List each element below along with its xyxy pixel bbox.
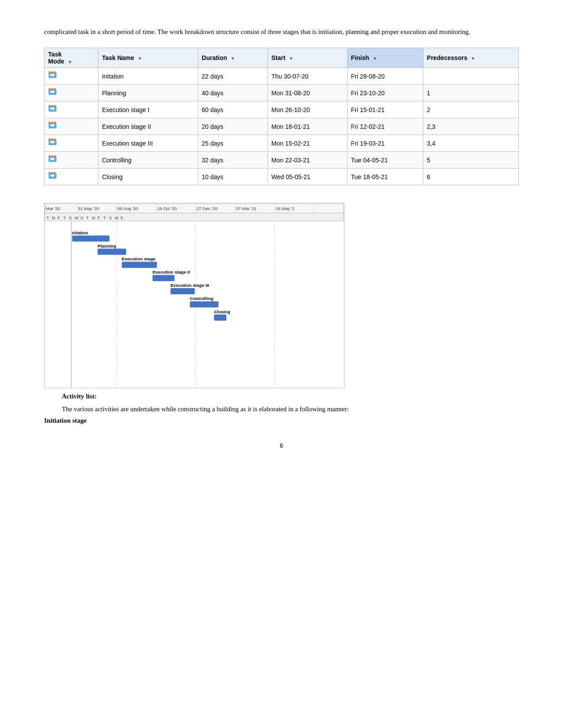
task-name-cell: Planning (98, 85, 198, 101)
task-mode-icon (48, 88, 58, 96)
svg-text:W: W (115, 216, 119, 220)
svg-text:W: W (75, 216, 79, 220)
svg-rect-22 (51, 155, 53, 157)
svg-text:31 May '20: 31 May '20 (78, 206, 99, 211)
table-row: Planning40 daysMon 31-08-20Fri 23-10-201 (45, 85, 519, 101)
task-name-cell: Closing (98, 169, 198, 185)
svg-text:Execution stage III: Execution stage III (170, 283, 209, 288)
svg-rect-6 (51, 88, 53, 90)
svg-rect-21 (49, 155, 50, 157)
finish-cell: Tue 04-05-21 (347, 152, 423, 169)
finish-cell: Fri 12-02-21 (347, 118, 423, 135)
svg-text:S: S (69, 216, 72, 220)
col-header-predecessors[interactable]: Predecessors ▼ (423, 48, 518, 68)
table-row: Closing10 daysWed 05-05-21Tue 18-05-216 (45, 169, 519, 185)
task-name-cell: Execution stage II (98, 118, 198, 135)
svg-text:S: S (80, 216, 83, 220)
task-name-cell: Execution stage III (98, 135, 198, 152)
svg-rect-7 (54, 88, 56, 90)
svg-rect-62 (72, 236, 110, 242)
predecessors-cell (423, 68, 518, 85)
col-header-task-mode[interactable]: TaskMode ▼ (45, 48, 98, 68)
svg-text:T: T (103, 216, 106, 220)
svg-rect-25 (49, 172, 50, 173)
finish-cell: Fri 19-03-21 (347, 135, 423, 152)
svg-rect-13 (49, 122, 50, 123)
svg-rect-43 (45, 213, 344, 221)
task-name-cell: Controlling (98, 152, 198, 169)
duration-cell: 10 days (198, 169, 268, 185)
svg-text:F: F (98, 216, 100, 220)
svg-text:S: S (121, 216, 123, 220)
predecessors-cell: 6 (423, 169, 518, 185)
svg-text:S: S (109, 216, 112, 220)
start-cell: Mon 26-10-20 (268, 101, 347, 118)
table-row: Execution stage II20 daysMon 18-01-21Fri… (45, 118, 519, 135)
svg-text:Execution stage: Execution stage (122, 256, 156, 261)
finish-cell: Fri 15-01-21 (347, 101, 423, 118)
task-mode-cell (45, 101, 98, 118)
col-header-start[interactable]: Start ▼ (268, 48, 347, 68)
predecessors-cell: 2 (423, 101, 518, 118)
task-mode-cell (45, 135, 98, 152)
predecessors-cell: 5 (423, 152, 518, 169)
task-mode-cell (45, 169, 98, 185)
svg-text:Execution stage II: Execution stage II (152, 270, 190, 274)
svg-rect-9 (49, 105, 50, 106)
svg-rect-70 (170, 288, 195, 294)
task-name-cell: Initation (98, 68, 198, 85)
page-number: 6 (44, 442, 519, 449)
svg-text:T: T (63, 216, 66, 220)
col-header-task-name[interactable]: Task Name ▼ (98, 48, 198, 68)
svg-rect-19 (54, 139, 56, 140)
svg-text:Closing: Closing (214, 309, 230, 314)
task-mode-icon (48, 122, 58, 130)
svg-rect-18 (51, 139, 53, 140)
predecessors-cell: 2,3 (423, 118, 518, 135)
finish-cell: Fri 28-08-20 (347, 68, 423, 85)
svg-rect-72 (190, 301, 219, 308)
svg-rect-11 (54, 105, 56, 106)
duration-cell: 22 days (198, 68, 268, 85)
task-table: TaskMode ▼ Task Name ▼ Duration ▼ Start … (44, 48, 519, 185)
finish-cell: Tue 18-05-21 (347, 169, 423, 185)
task-mode-icon (48, 139, 58, 146)
table-row: Initation22 daysThu 30-07-20Fri 28-08-20 (45, 68, 519, 85)
svg-text:F: F (57, 216, 60, 220)
task-name-cell: Execution stage I (98, 101, 198, 118)
col-header-finish[interactable]: Finish ▼ (347, 48, 423, 68)
svg-text:Mar '20: Mar '20 (46, 206, 60, 211)
activity-list-title: Activity list: (62, 393, 519, 400)
start-cell: Mon 15-02-21 (268, 135, 347, 152)
svg-text:Iritation: Iritation (72, 230, 88, 235)
svg-text:16 May '2: 16 May '2 (276, 206, 295, 211)
svg-text:T: T (86, 216, 89, 220)
duration-cell: 40 days (198, 85, 268, 101)
svg-rect-5 (49, 88, 50, 90)
task-mode-cell (45, 152, 98, 169)
task-mode-icon (48, 71, 58, 79)
start-cell: Mon 22-03-21 (268, 152, 347, 169)
svg-text:M: M (92, 216, 95, 220)
svg-rect-27 (54, 172, 56, 173)
duration-cell: 32 days (198, 152, 268, 169)
svg-rect-23 (54, 155, 56, 157)
task-mode-icon (48, 155, 58, 163)
svg-text:Planning: Planning (98, 244, 116, 248)
svg-rect-66 (122, 262, 157, 268)
predecessors-cell: 1 (423, 85, 518, 101)
svg-rect-2 (51, 71, 53, 73)
svg-rect-14 (51, 122, 53, 123)
task-mode-cell (45, 85, 98, 101)
duration-cell: 20 days (198, 118, 268, 135)
task-mode-cell (45, 118, 98, 135)
svg-text:09 Aug '20: 09 Aug '20 (117, 206, 138, 211)
activity-list-text: The various activities are undertaken wh… (44, 404, 519, 414)
start-cell: Mon 31-08-20 (268, 85, 347, 101)
start-cell: Mon 18-01-21 (268, 118, 347, 135)
table-row: Controlling32 daysMon 22-03-21Tue 04-05-… (45, 152, 519, 169)
svg-rect-64 (98, 249, 126, 255)
start-cell: Wed 05-05-21 (268, 169, 347, 185)
svg-rect-1 (49, 71, 50, 73)
col-header-duration[interactable]: Duration ▼ (198, 48, 268, 68)
